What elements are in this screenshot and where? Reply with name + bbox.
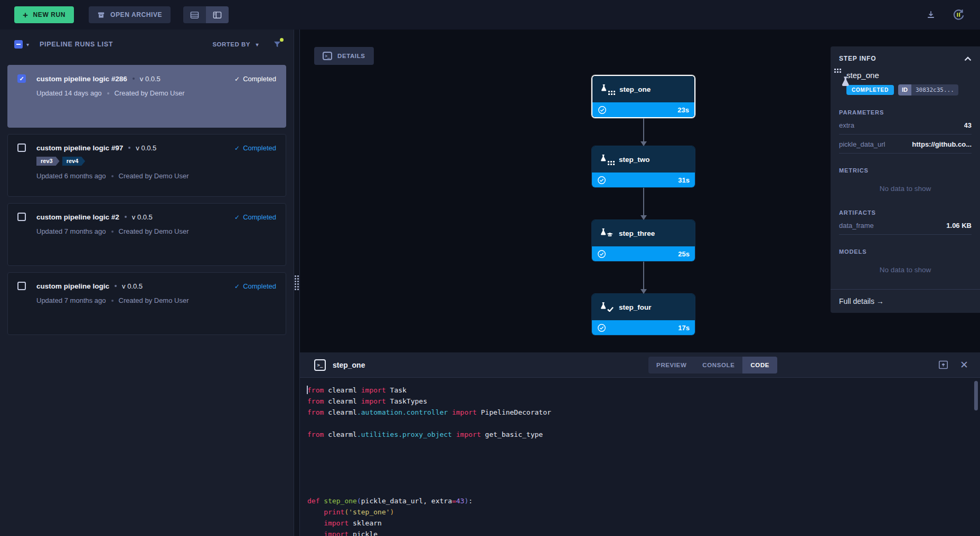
arrow-right-icon: → <box>877 297 884 305</box>
run-updated: Updated 6 months ago <box>36 172 106 180</box>
node-status-bar: 31s <box>592 173 695 187</box>
kv-value: https://github.co... <box>912 140 972 148</box>
sorted-by-dropdown[interactable]: SORTED BY ▾ <box>212 41 259 47</box>
code-line <box>307 473 980 484</box>
id-chip[interactable]: ID 30832c35... <box>898 84 958 95</box>
pipeline-node[interactable]: step_four17s <box>591 293 695 336</box>
run-checkbox[interactable] <box>17 282 26 290</box>
table-view-button[interactable] <box>183 6 206 23</box>
completed-check-icon <box>597 250 606 259</box>
split-view-button[interactable] <box>206 6 229 23</box>
node-status-bar: 23s <box>592 102 694 117</box>
splitter-grip-handle[interactable] <box>295 275 299 290</box>
text-cursor <box>307 386 308 394</box>
code-line: import pickle <box>307 529 980 536</box>
filter-button[interactable] <box>272 40 282 49</box>
check-glyph <box>607 304 614 314</box>
code-token: import <box>361 386 386 394</box>
node-header: step_one <box>592 76 694 102</box>
dots-glyph <box>834 69 841 73</box>
kv-key: extra <box>839 121 854 129</box>
pipeline-node[interactable]: step_two31s <box>591 146 695 188</box>
run-status: ✓Completed <box>234 213 276 221</box>
run-status: ✓Completed <box>234 144 276 152</box>
code-line <box>307 440 980 451</box>
node-label: step_two <box>619 156 650 164</box>
run-card[interactable]: custom pipeline logicv 0.0.5✓CompletedUp… <box>7 272 286 335</box>
flask-dots-icon <box>599 152 612 166</box>
graduation-cap-glyph <box>606 231 614 240</box>
runs-list: ✓custom pipeline logic #286v 0.0.5✓Compl… <box>0 59 294 536</box>
run-card[interactable]: custom pipeline logic #97v 0.0.5✓Complet… <box>7 134 286 197</box>
terminal-icon: >_ <box>314 359 326 371</box>
archive-icon <box>97 11 105 19</box>
tag-chip[interactable]: rev4 <box>62 157 86 166</box>
pipeline-runs-panel: ▾ PIPELINE RUNS LIST SORTED BY ▾ ✓custom… <box>0 30 294 536</box>
run-status-text: Completed <box>243 282 276 290</box>
run-name: custom pipeline logic #2 <box>36 213 119 221</box>
kv-key: pickle_data_url <box>839 140 885 148</box>
run-checkbox[interactable]: ✓ <box>17 74 26 83</box>
pipeline-canvas: >_ DETAILS step_one23sstep_two31sstep_th… <box>300 30 980 352</box>
code-token: from <box>307 386 324 394</box>
open-archive-button[interactable]: OPEN ARCHIVE <box>89 6 171 23</box>
run-updated: Updated 7 months ago <box>36 227 106 235</box>
new-run-label: NEW RUN <box>33 11 66 18</box>
run-meta: Updated 7 months agoCreated by Demo User <box>36 227 276 235</box>
content-area: >_ DETAILS step_one23sstep_two31sstep_th… <box>300 30 980 536</box>
auto-refresh-button[interactable] <box>949 6 967 24</box>
code-token: .utilities.proxy_object <box>357 430 452 438</box>
parameters-rows: extra43pickle_data_urlhttps://github.co.… <box>839 116 972 154</box>
run-title-row: custom pipeline logic #2v 0.0.5✓Complete… <box>17 213 276 221</box>
expand-panel-button[interactable] <box>938 360 948 369</box>
details-button[interactable]: >_ DETAILS <box>314 47 374 65</box>
code-token: step_one <box>324 497 357 505</box>
run-card[interactable]: custom pipeline logic #2v 0.0.5✓Complete… <box>7 203 286 266</box>
sorted-by-caret-icon: ▾ <box>256 42 259 47</box>
select-all-caret-icon[interactable]: ▾ <box>26 42 29 47</box>
step-info-header: STEP INFO <box>831 46 980 69</box>
tag-chip[interactable]: rev3 <box>36 157 60 166</box>
download-button[interactable] <box>922 6 940 24</box>
collapse-chevron-up-icon[interactable] <box>964 54 972 63</box>
code-token: clearml <box>324 397 361 405</box>
close-panel-button[interactable]: ✕ <box>960 359 968 371</box>
dot-separator <box>125 216 127 218</box>
dot-separator <box>111 231 114 233</box>
run-card[interactable]: ✓custom pipeline logic #286v 0.0.5✓Compl… <box>7 65 286 128</box>
new-run-button[interactable]: + NEW RUN <box>14 6 74 23</box>
node-duration: 25s <box>678 250 690 258</box>
pipeline-node[interactable]: step_three25s <box>591 219 695 262</box>
code-line: def step_one(pickle_data_url, extra=43): <box>307 495 980 506</box>
full-details-link[interactable]: Full details → <box>831 289 980 313</box>
code-token: 'step_one' <box>348 508 390 516</box>
dot-separator <box>115 285 117 287</box>
id-label: ID <box>898 84 911 95</box>
detail-tabs: PREVIEWCONSOLECODE <box>648 357 777 374</box>
select-all-checkbox[interactable] <box>14 40 23 49</box>
code-token: Task <box>386 386 407 394</box>
id-value: 30832c35... <box>911 84 958 95</box>
kv-key: data_frame <box>839 222 874 229</box>
dot-separator <box>128 147 130 149</box>
run-checkbox[interactable] <box>17 143 26 152</box>
run-creator: Created by Demo User <box>119 296 189 304</box>
code-scrollbar-thumb[interactable] <box>974 381 978 410</box>
run-checkbox[interactable] <box>17 213 26 221</box>
completed-check-icon <box>597 176 606 185</box>
tab-console[interactable]: CONSOLE <box>694 357 742 374</box>
run-version: v 0.0.5 <box>132 213 153 221</box>
code-token: from <box>307 430 324 438</box>
step-detail-panel: >_ step_one PREVIEWCONSOLECODE ✕ from cl… <box>300 352 980 536</box>
code-token: clearml <box>324 386 361 394</box>
kv-value: 43 <box>964 121 972 129</box>
code-token: import <box>361 397 386 405</box>
pipeline-node[interactable]: step_one23s <box>591 75 695 118</box>
step-info-title: STEP INFO <box>839 55 876 62</box>
run-meta: Updated 7 months agoCreated by Demo User <box>36 296 276 304</box>
tab-preview[interactable]: PREVIEW <box>648 357 694 374</box>
tab-code[interactable]: CODE <box>742 357 777 374</box>
check-icon: ✓ <box>234 283 240 290</box>
flask-check-icon <box>599 300 612 314</box>
code-line <box>307 418 980 429</box>
